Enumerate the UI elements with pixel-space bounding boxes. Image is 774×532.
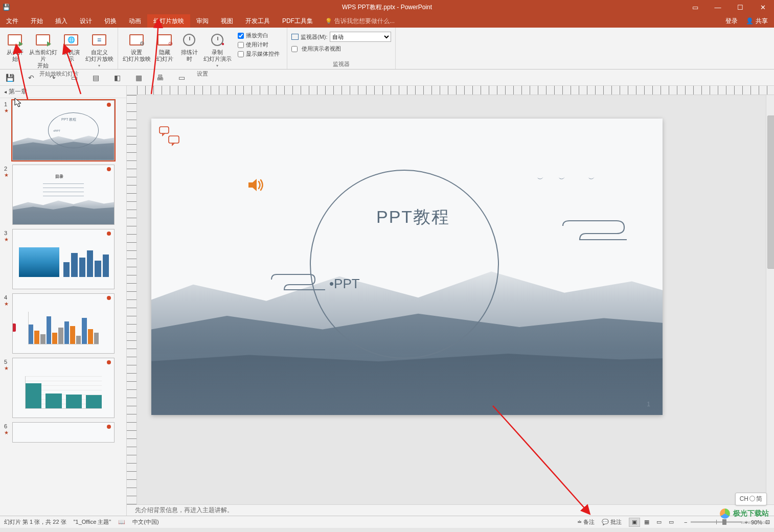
play-narration-checkbox[interactable]: 播放旁白 xyxy=(238,32,280,39)
tab-pdf[interactable]: PDF工具集 xyxy=(276,14,319,28)
thumbnail-item[interactable]: 4★ xyxy=(4,293,122,354)
setup-slideshow-button[interactable]: 设置 幻灯片放映 xyxy=(122,30,151,69)
vertical-ruler xyxy=(127,95,137,504)
page-number: 1 xyxy=(647,401,650,408)
maximize-button[interactable]: ☐ xyxy=(729,0,752,14)
quick-access-toolbar: 💾 ↶ ↷ ▭ ▤ ◧ ▦ 🖶 ▭ xyxy=(0,70,774,86)
notes-toggle[interactable]: ≐ 备注 xyxy=(577,518,595,526)
tab-home[interactable]: 开始 xyxy=(25,14,49,28)
section-header[interactable]: 第一章 xyxy=(0,86,126,98)
slide-title[interactable]: PPT教程 xyxy=(376,205,450,229)
decorative-circle xyxy=(310,170,499,359)
slide-subtitle[interactable]: •PPT xyxy=(329,276,360,292)
tab-animation[interactable]: 动画 xyxy=(123,14,147,28)
reading-view-button[interactable]: ▭ xyxy=(653,518,665,527)
ribbon-group-setup: 设置 幻灯片放映 隐藏 幻灯片 排练计时 录制 幻灯片演示 ▾ 播放旁白 使用计… xyxy=(118,28,287,69)
zoom-slider[interactable] xyxy=(691,521,742,523)
minimize-button[interactable]: — xyxy=(707,0,729,14)
svg-rect-1 xyxy=(169,136,179,143)
audio-icon[interactable] xyxy=(247,177,265,196)
tab-insert[interactable]: 插入 xyxy=(49,14,74,28)
spellcheck-icon[interactable]: 📖 xyxy=(118,519,125,525)
tab-dev[interactable]: 开发工具 xyxy=(239,14,276,28)
status-bar: 幻灯片 第 1 张，共 22 张 "1_Office 主题" 📖 中文(中国) … xyxy=(0,516,774,528)
vertical-scrollbar[interactable] xyxy=(766,95,774,504)
slide-thumb-4[interactable] xyxy=(12,293,115,354)
playback-checkboxes: 播放旁白 使用计时 显示媒体控件 xyxy=(235,30,283,69)
tab-review[interactable]: 审阅 xyxy=(190,14,215,28)
normal-view-button[interactable]: ▣ xyxy=(629,518,640,527)
ribbon-options-icon[interactable]: ▭ xyxy=(684,0,707,14)
monitor-select[interactable]: 自动 xyxy=(330,32,391,42)
slide[interactable]: PPT教程 •PPT 1 ︶ ︶ ︶ xyxy=(151,119,663,415)
tab-transition[interactable]: 切换 xyxy=(98,14,123,28)
animation-indicator-icon xyxy=(12,323,16,332)
qat-tool2-icon[interactable]: ◧ xyxy=(112,74,122,82)
thumbnail-item[interactable]: 3★ xyxy=(4,229,122,289)
workarea: 第一章 1★ PPT 教程 •PPT 2★ 目录 xyxy=(0,86,774,516)
watermark-logo-icon xyxy=(720,508,730,519)
present-online-button[interactable]: 联机演示 ▾ xyxy=(60,30,82,69)
decorative-birds: ︶ ︶ ︶ xyxy=(537,175,601,184)
zoom-out-button[interactable]: − xyxy=(684,519,687,525)
canvas[interactable]: PPT教程 •PPT 1 ︶ ︶ ︶ xyxy=(137,95,774,504)
decorative-cloud xyxy=(269,272,330,292)
rehearse-timings-button[interactable]: 排练计时 xyxy=(178,30,200,69)
horizontal-ruler xyxy=(127,86,774,95)
slide-thumb-3[interactable] xyxy=(12,229,115,289)
slide-thumb-1[interactable]: PPT 教程 •PPT xyxy=(12,100,115,160)
svg-rect-0 xyxy=(160,127,169,133)
tab-slideshow[interactable]: 幻灯片放映 xyxy=(147,14,190,28)
use-timings-checkbox[interactable]: 使用计时 xyxy=(238,41,280,49)
slide-thumb-2[interactable]: 目录 xyxy=(12,165,115,225)
from-beginning-button[interactable]: 从头开始 xyxy=(4,30,26,69)
presenter-view-checkbox[interactable]: 使用演示者视图 xyxy=(291,45,341,53)
login-link[interactable]: 登录 xyxy=(725,17,738,26)
thumbnail-panel: 第一章 1★ PPT 教程 •PPT 2★ 目录 xyxy=(0,86,127,516)
tab-view[interactable]: 视图 xyxy=(215,14,239,28)
notes-pane[interactable]: 先介绍背景信息，再进入主题讲解。 xyxy=(127,504,774,516)
theme-name: "1_Office 主题" xyxy=(74,518,111,526)
titlebar-save-icon[interactable]: 💾 xyxy=(0,4,12,11)
comment-indicator-icon[interactable] xyxy=(158,126,181,148)
slideshow-view-button[interactable]: ▭ xyxy=(666,518,677,527)
hide-slide-button[interactable]: 隐藏 幻灯片 xyxy=(154,30,175,69)
sorter-view-button[interactable]: ▦ xyxy=(641,518,652,527)
tab-file[interactable]: 文件 xyxy=(0,14,25,28)
ime-indicator: CH简 xyxy=(735,493,767,505)
show-media-controls-checkbox[interactable]: 显示媒体控件 xyxy=(238,50,280,58)
decorative-cloud xyxy=(560,218,632,244)
record-slideshow-button[interactable]: 录制 幻灯片演示 ▾ xyxy=(203,30,232,69)
slide-editor: PPT教程 •PPT 1 ︶ ︶ ︶ xyxy=(127,86,774,516)
ribbon-group-monitor: 监视器(M): 自动 使用演示者视图 监视器 xyxy=(287,28,396,69)
tell-me-search[interactable]: 告诉我您想要做什么... xyxy=(325,14,395,28)
ribbon: 从头开始 从当前幻灯片 开始 联机演示 ▾ 自定义 幻灯片放映 ▾ 开始放映幻灯… xyxy=(0,28,774,70)
thumbnail-item[interactable]: 2★ 目录 xyxy=(4,165,122,225)
close-button[interactable]: ✕ xyxy=(752,0,774,14)
view-buttons: ▣ ▦ ▭ ▭ xyxy=(629,518,677,527)
custom-slideshow-button[interactable]: 自定义 幻灯片放映 ▾ xyxy=(85,30,113,69)
slide-thumb-6[interactable] xyxy=(12,422,115,443)
monitor-icon xyxy=(291,34,299,40)
thumbnail-item[interactable]: 6★ xyxy=(4,422,122,443)
window-controls: ▭ — ☐ ✕ xyxy=(684,0,774,14)
language-status[interactable]: 中文(中国) xyxy=(132,518,158,526)
comments-toggle[interactable]: 💬 批注 xyxy=(602,518,622,526)
ribbon-group-start-slideshow: 从头开始 从当前幻灯片 开始 联机演示 ▾ 自定义 幻灯片放映 ▾ 开始放映幻灯… xyxy=(0,28,118,69)
watermark: 极光下载站 www.xz7.com xyxy=(720,508,769,519)
thumbnail-list[interactable]: 1★ PPT 教程 •PPT 2★ 目录 3★ xyxy=(0,98,126,516)
thumbnail-item[interactable]: 1★ PPT 教程 •PPT xyxy=(4,100,122,160)
share-button[interactable]: 👤 共享 xyxy=(746,17,768,26)
tab-design[interactable]: 设计 xyxy=(74,14,98,28)
titlebar: 💾 WPS PPT教程.pptx - PowerPoint ▭ — ☐ ✕ xyxy=(0,0,774,14)
window-title: WPS PPT教程.pptx - PowerPoint xyxy=(342,3,432,12)
thumbnail-item[interactable]: 5★ xyxy=(4,358,122,418)
slide-thumb-5[interactable] xyxy=(12,358,115,418)
ribbon-tabs: 文件 开始 插入 设计 切换 动画 幻灯片放映 审阅 视图 开发工具 PDF工具… xyxy=(0,14,774,28)
from-current-button[interactable]: 从当前幻灯片 开始 xyxy=(29,30,57,69)
slide-position: 幻灯片 第 1 张，共 22 张 xyxy=(4,518,66,526)
